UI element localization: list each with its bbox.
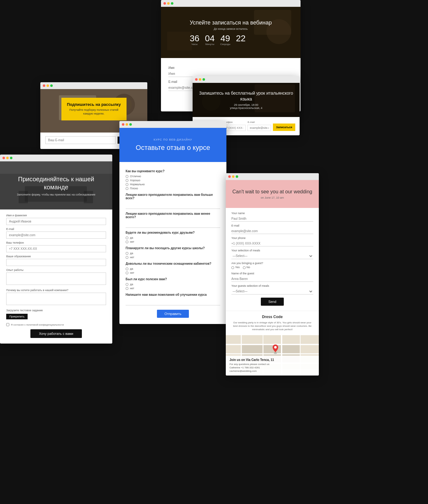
jt-work-input[interactable]: [6, 272, 106, 285]
fb-q2-input[interactable]: [126, 203, 220, 209]
jt-education-input[interactable]: [6, 259, 106, 266]
jt-work-label: Опыт работы: [6, 268, 106, 272]
wd-guest-label: Are you bringing a guest?: [231, 262, 313, 265]
fb-radio-good[interactable]: [126, 179, 128, 182]
jt-name-input[interactable]: [6, 218, 106, 225]
fb-radio-recommend-yes[interactable]: [126, 236, 128, 239]
jt-phone-field: Ваш телефон: [6, 241, 106, 252]
italian-title: Запишитесь на бесплатный урок итальянско…: [199, 90, 293, 101]
wd-meals-field: Your selection of meals —Select—: [231, 249, 313, 259]
fb-radio-excellent[interactable]: [126, 175, 128, 178]
fb-q8-input[interactable]: [126, 299, 220, 305]
minimize-dot: [199, 78, 201, 81]
fb-label-no3: нет: [130, 271, 134, 274]
fb-radio-useful-no[interactable]: [126, 287, 128, 290]
close-dot: [122, 123, 124, 126]
newsletter-subtitle: Получайте подборку полезных статей кажду…: [67, 108, 121, 115]
wd-guest-no: No: [243, 266, 250, 269]
wd-name-input[interactable]: [231, 216, 313, 222]
join-team-title: Присоединяйтесь к нашей команде: [6, 175, 106, 191]
wd-guest-yes: Yes: [231, 266, 240, 269]
svg-point-32: [274, 346, 277, 349]
jt-phone-input[interactable]: [6, 245, 106, 252]
fb-opt-excellent: Отлично: [126, 175, 220, 178]
fb-opt-attend-no: нет: [126, 256, 220, 259]
wd-email-label: E-mail: [231, 224, 313, 227]
wd-guest-field: Are you bringing a guest? Yes No: [231, 262, 313, 269]
fb-label-yes: да: [130, 236, 133, 239]
fb-radio-tech-yes[interactable]: [126, 268, 128, 270]
timer-ms: 22: [236, 34, 246, 46]
maximize-dot: [50, 84, 53, 87]
join-team-content: Присоединяйтесь к нашей команде Заполнит…: [0, 175, 112, 196]
minimize-dot: [167, 2, 170, 5]
wedding-map-overlay: Join us on Via Carlo Tenca, 11 For any q…: [226, 356, 319, 376]
jt-privacy-checkbox[interactable]: [6, 323, 9, 326]
wd-guest-radio-no[interactable]: [243, 266, 246, 269]
wd-guest-yes-label: Yes: [235, 266, 240, 269]
jt-education-field: Ваше образование: [6, 255, 106, 266]
wd-phone-input[interactable]: [231, 241, 313, 246]
wedding-map-title: Join us on Via Carlo Tenca, 11: [230, 358, 315, 362]
fb-label-yes2: да: [130, 252, 133, 255]
feedback-card: КУРС ПО ВЕБ-ДИЗАЙНУ Оставьте отзыв о кур…: [119, 121, 226, 324]
wd-meals-select[interactable]: —Select—: [231, 253, 313, 259]
wedding-map-contact3: cacheme@wedding.com: [230, 370, 257, 372]
wedding-hero: Can't wait to see you at our wedding on …: [226, 180, 319, 208]
timer-seconds: 49 Секунды: [220, 34, 230, 46]
timer-ms-value: 22: [236, 34, 246, 43]
fb-q3-input[interactable]: [126, 222, 220, 228]
fb-radio-normal[interactable]: [126, 183, 128, 186]
fb-radio-bad[interactable]: [126, 187, 128, 190]
jt-phone-label: Ваш телефон: [6, 241, 106, 244]
wd-send-button[interactable]: Send: [261, 298, 284, 306]
fb-opt-attend-yes: да: [126, 252, 220, 255]
jt-why-input[interactable]: [6, 293, 106, 305]
feedback-title: Оставьте отзыв о курсе: [136, 144, 210, 152]
timer-seconds-value: 49: [220, 34, 230, 43]
maximize-dot: [203, 78, 205, 81]
webinar-name-label: Имя: [168, 66, 293, 70]
newsletter-email-input[interactable]: [45, 136, 116, 144]
jt-upload-button[interactable]: Прикрепить: [6, 314, 28, 319]
italian-email-input[interactable]: [247, 125, 271, 131]
italian-submit-button[interactable]: Записаться: [273, 124, 295, 131]
fb-submit-button[interactable]: Отправить: [157, 310, 189, 318]
fb-q8: Напишите нам ваши пожелания об улучшении…: [126, 293, 220, 296]
feedback-hero: КУРС ПО ВЕБ-ДИЗАЙНУ Оставьте отзыв о кур…: [119, 128, 226, 162]
wd-guest-name-input[interactable]: [231, 276, 313, 282]
fb-radio-useful-yes[interactable]: [126, 283, 128, 286]
jt-submit-button[interactable]: Хочу работать с вами: [30, 329, 82, 338]
wd-name-label: Your name: [231, 212, 313, 215]
fb-radio-attend-yes[interactable]: [126, 252, 128, 255]
join-team-hero: Присоединяйтесь к нашей команде Заполнит…: [0, 161, 112, 209]
webinar-hero-content: Успейте записаться на вебинар До конца з…: [190, 20, 272, 46]
fb-radio-attend-no[interactable]: [126, 256, 128, 259]
jt-name-label: Имя и фамилия: [6, 214, 106, 217]
wd-guest-meals-field: Your guests selection of meals —Select—: [231, 284, 313, 295]
fb-opt-bad: Плохо: [126, 187, 220, 190]
wd-guest-radio-yes[interactable]: [231, 266, 234, 269]
fb-opt-normal: Нормально: [126, 183, 220, 186]
wd-guest-name-field: Name of the guest: [231, 272, 313, 282]
timer-seconds-label: Секунды: [220, 43, 230, 46]
wd-guest-radio-group: Yes No: [231, 266, 313, 269]
webinar-hero: Успейте записаться на вебинар До конца з…: [161, 7, 301, 58]
wd-name-field: Your name: [231, 212, 313, 222]
wd-email-input[interactable]: [231, 228, 313, 234]
minimize-dot: [6, 157, 9, 159]
browser-bar-wedding: [226, 173, 319, 180]
fb-radio-tech-no[interactable]: [126, 272, 128, 274]
fb-q2: Лекции какого преподавателя понравились …: [126, 193, 220, 200]
jt-email-input[interactable]: [6, 232, 106, 239]
browser-bar-feedback: [119, 121, 226, 128]
wedding-map-contact1: For any questions please contact us:: [230, 363, 270, 366]
minimize-dot: [47, 84, 49, 87]
wd-guest-meals-label: Your guests selection of meals: [231, 284, 313, 287]
fb-opt-tech-yes: да: [126, 267, 220, 270]
svg-rect-27: [282, 345, 300, 353]
wd-guest-meals-select[interactable]: —Select—: [231, 288, 313, 295]
timer-hours-value: 36: [190, 34, 199, 43]
wd-meals-label: Your selection of meals: [231, 249, 313, 252]
fb-radio-recommend-no[interactable]: [126, 241, 128, 243]
